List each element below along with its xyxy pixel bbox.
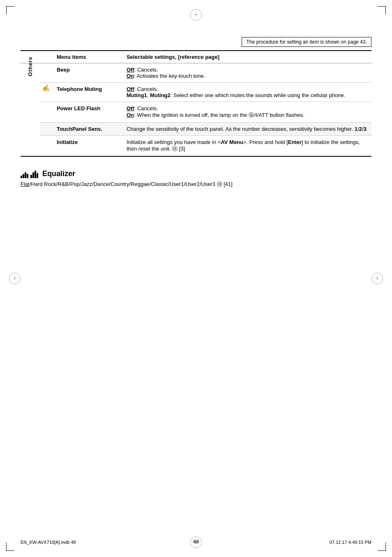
label-beep: Beep — [53, 63, 122, 83]
page-footer: EN_KW-AVX710[A].indb 48 07.12.17 4:49:15… — [0, 540, 392, 545]
icon-cell-telephone: ✍ — [40, 83, 53, 102]
value-initialize: Initialize all settings you have made in… — [122, 136, 371, 157]
power-off-label: Off — [127, 105, 134, 111]
crosshair-right — [371, 273, 383, 284]
beep-on-label: On — [127, 73, 134, 79]
table-row-beep: Others Beep Off: Cancels. On: Activates … — [21, 63, 371, 83]
table-row-power-led: Power LED Flash Off: Cancels. On: When t… — [21, 102, 371, 123]
muting1-label: Muting1 — [127, 92, 147, 98]
value-touchpanel: Change the sensitivity of the touch pane… — [122, 123, 371, 136]
col-header-menu-items: Menu items — [53, 51, 122, 63]
equalizer-other-options: /Hard Rock/R&B/Pop/Jazz/Dance/Country/Re… — [30, 181, 215, 187]
icon-cell-touchpanel — [40, 123, 53, 136]
crosshair-left — [9, 273, 21, 284]
sidebar-label-others: Others — [27, 57, 33, 77]
icon-cell-initialize — [40, 136, 53, 157]
value-power-led: Off: Cancels. On: When the ignition is t… — [122, 102, 371, 123]
table-row-telephone-muting: ✍ Telephone Muting Off: Cancels. Muting1… — [21, 83, 371, 102]
eq-bar-5 — [30, 175, 32, 178]
page-container: The procedure for setting an item is sho… — [0, 0, 392, 557]
value-beep: Off: Cancels. On: Activates the key-touc… — [122, 63, 371, 83]
eq-bar-2 — [23, 174, 24, 178]
footer-right: 07.12.17 4:49:15 PM — [330, 540, 371, 545]
power-on-label: On — [127, 112, 134, 118]
phone-icon: ✍ — [42, 84, 50, 91]
col-header-settings: Selectable settings, [reference page] — [122, 51, 371, 63]
settings-table: Menu items Selectable settings, [referen… — [21, 50, 371, 157]
eq-bar-8 — [37, 173, 38, 178]
equalizer-options: Flat/Hard Rock/R&B/Pop/Jazz/Dance/Countr… — [21, 181, 371, 188]
equalizer-ref: Ⓗ [41] — [217, 181, 233, 187]
corner-mark-tl — [6, 6, 14, 14]
icon-cell-beep — [40, 63, 53, 83]
col-header-icon — [40, 51, 53, 63]
table-row-initialize: Initialize Initialize all settings you h… — [21, 136, 371, 157]
eq-bar-1 — [21, 176, 22, 178]
equalizer-section: Equalizer Flat/Hard Rock/R&B/Pop/Jazz/Da… — [21, 169, 371, 188]
procedure-note-container: The procedure for setting an item is sho… — [21, 37, 371, 47]
table-row-touchpanel: TouchPanel Sens. Change the sensitivity … — [21, 123, 371, 136]
value-telephone-muting: Off: Cancels. Muting1, Muting2: Select e… — [122, 83, 371, 102]
label-telephone-muting: Telephone Muting — [53, 83, 122, 102]
equalizer-icon — [21, 169, 38, 178]
label-touchpanel: TouchPanel Sens. — [53, 123, 122, 136]
eq-bar-3 — [25, 172, 26, 178]
eq-bar-4 — [27, 174, 28, 178]
equalizer-title: Equalizer — [42, 169, 75, 178]
equalizer-flat-option: Flat — [21, 181, 30, 187]
crosshair-top — [190, 9, 202, 21]
muting2-label: Muting2 — [150, 92, 171, 98]
icon-cell-power-led — [40, 102, 53, 123]
corner-mark-tr — [378, 6, 386, 14]
equalizer-title-row: Equalizer — [21, 169, 371, 178]
label-initialize: Initialize — [53, 136, 122, 157]
procedure-note-box: The procedure for setting an item is sho… — [242, 37, 371, 47]
label-power-led: Power LED Flash — [53, 102, 122, 123]
eq-bar-7 — [35, 171, 36, 178]
eq-bar-6 — [32, 172, 34, 178]
footer-left: EN_KW-AVX710[A].indb 48 — [21, 540, 76, 545]
tel-off-label: Off — [127, 86, 134, 92]
beep-off-label: Off — [127, 67, 134, 73]
